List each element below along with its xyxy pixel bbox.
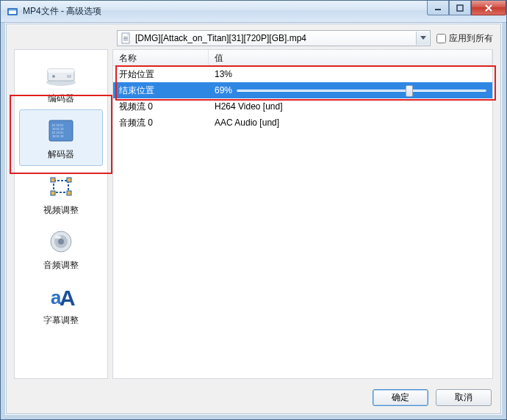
file-icon <box>121 32 132 44</box>
maximize-button[interactable] <box>449 1 471 15</box>
dialog-buttons: 确定 取消 <box>7 383 500 413</box>
header-value[interactable]: 值 <box>209 50 492 65</box>
slider-thumb[interactable] <box>406 85 413 97</box>
sidebar: 编码器 01 10 0110 01 1001 10 0110 01 10 解码器… <box>14 49 108 379</box>
row-value: 13% <box>209 69 492 79</box>
svg-rect-3 <box>435 9 441 10</box>
header-name[interactable]: 名称 <box>113 50 209 65</box>
file-select-row: [DMG][Attack_on_Titan][31][720P][GB].mp4… <box>117 30 493 46</box>
row-value-text: 69% <box>215 85 232 95</box>
content: [DMG][Attack_on_Titan][31][720P][GB].mp4… <box>6 23 501 414</box>
table-row[interactable]: 音频流 0AAC Audio [und] <box>113 115 492 131</box>
slider[interactable] <box>237 84 486 96</box>
row-value-text: H264 Video [und] <box>215 101 283 112</box>
apply-all-label: 应用到所有 <box>449 32 493 45</box>
sidebar-item-label: 字幕调整 <box>43 314 79 327</box>
ok-button[interactable]: 确定 <box>373 389 428 406</box>
svg-rect-2 <box>9 10 16 11</box>
cancel-button[interactable]: 取消 <box>436 389 492 406</box>
row-value: H264 Video [und] <box>209 101 492 112</box>
apply-all-input[interactable] <box>436 34 446 43</box>
subtitle-adjust-icon: aA <box>43 282 79 311</box>
window: MP4文件 - 高级选项 [DMG][Attack_on_Titan][31][… <box>0 0 507 420</box>
svg-rect-13 <box>67 75 71 78</box>
table-row[interactable]: 视频流 0H264 Video [und] <box>113 98 492 115</box>
table-row[interactable]: 结束位置69% <box>113 82 492 98</box>
file-name: [DMG][Attack_on_Titan][31][720P][GB].mp4 <box>135 33 306 43</box>
sidebar-item-encoder[interactable]: 编码器 <box>15 54 107 109</box>
svg-rect-21 <box>67 178 71 182</box>
row-name: 结束位置 <box>113 84 209 97</box>
svg-rect-6 <box>123 37 128 37</box>
sidebar-item-video-adjust[interactable]: 视频调整 <box>15 166 107 221</box>
video-adjust-icon <box>43 172 79 201</box>
svg-rect-22 <box>51 191 55 195</box>
svg-rect-8 <box>123 40 128 40</box>
top-row: [DMG][Attack_on_Titan][31][720P][GB].mp4… <box>7 24 500 49</box>
table-header: 名称 值 <box>113 50 492 66</box>
row-name: 开始位置 <box>113 68 209 81</box>
svg-rect-19 <box>54 181 68 192</box>
app-icon <box>7 6 18 18</box>
row-value: AAC Audio [und] <box>209 117 492 128</box>
svg-rect-11 <box>48 69 74 73</box>
file-dropdown[interactable]: [DMG][Attack_on_Titan][31][720P][GB].mp4 <box>117 30 431 46</box>
sidebar-item-label: 编码器 <box>48 93 74 105</box>
sidebar-item-audio-adjust[interactable]: 音频调整 <box>15 221 107 276</box>
svg-text:10 01 10: 10 01 10 <box>52 134 64 138</box>
svg-rect-20 <box>51 178 55 182</box>
audio-adjust-icon <box>43 227 79 256</box>
ok-label: 确定 <box>392 391 409 404</box>
properties-panel: 名称 值 开始位置13%结束位置69%视频流 0H264 Video [und]… <box>112 49 493 379</box>
sidebar-item-label: 音频调整 <box>43 259 79 272</box>
svg-rect-23 <box>67 191 71 195</box>
svg-rect-4 <box>457 5 463 11</box>
row-name: 音频流 0 <box>113 117 209 129</box>
chevron-down-icon <box>416 32 429 45</box>
sidebar-item-label: 视频调整 <box>43 204 79 217</box>
row-name: 视频流 0 <box>113 101 209 113</box>
sidebar-item-subtitle-adjust[interactable]: aA 字幕调整 <box>15 276 107 331</box>
svg-rect-7 <box>123 38 128 39</box>
row-value-text: AAC Audio [und] <box>215 117 279 128</box>
window-buttons <box>427 1 506 15</box>
table-body: 开始位置13%结束位置69%视频流 0H264 Video [und]音频流 0… <box>113 66 492 378</box>
decoder-icon: 01 10 0110 01 1001 10 0110 01 10 <box>43 116 79 145</box>
titlebar[interactable]: MP4文件 - 高级选项 <box>1 1 506 23</box>
table-row[interactable]: 开始位置13% <box>113 66 492 82</box>
svg-point-12 <box>52 75 55 78</box>
row-value[interactable]: 69% <box>209 84 492 96</box>
minimize-button[interactable] <box>427 1 449 15</box>
svg-point-27 <box>55 236 61 239</box>
sidebar-item-decoder[interactable]: 01 10 0110 01 1001 10 0110 01 10 解码器 <box>19 109 103 166</box>
encoder-icon <box>43 60 79 90</box>
row-value-text: 13% <box>215 69 232 79</box>
sidebar-item-label: 解码器 <box>48 148 74 161</box>
svg-text:A: A <box>60 286 76 310</box>
svg-point-26 <box>58 239 64 245</box>
apply-all-checkbox[interactable]: 应用到所有 <box>436 32 493 45</box>
close-button[interactable] <box>471 1 506 15</box>
window-title: MP4文件 - 高级选项 <box>23 5 101 18</box>
main-area: 编码器 01 10 0110 01 1001 10 0110 01 10 解码器… <box>7 49 500 383</box>
cancel-label: 取消 <box>455 391 472 404</box>
